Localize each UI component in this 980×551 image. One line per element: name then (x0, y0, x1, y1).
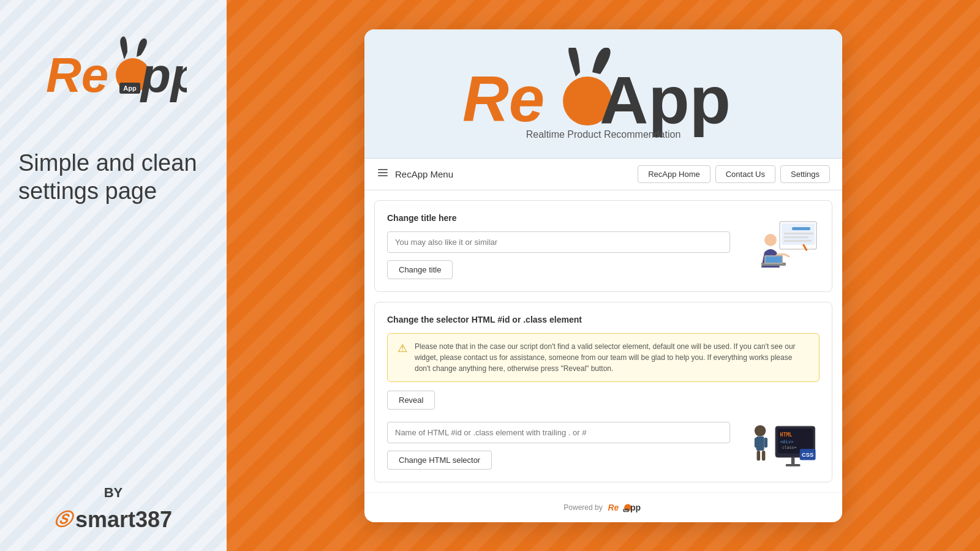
section1-illustration (746, 219, 820, 274)
svg-point-23 (755, 425, 766, 436)
powered-by-text: Powered by (564, 503, 602, 512)
contact-us-button[interactable]: Contact Us (715, 165, 775, 183)
svg-rect-36 (791, 457, 795, 463)
change-title-button[interactable]: Change title (387, 260, 453, 279)
svg-rect-10 (378, 172, 388, 173)
svg-text:CSS: CSS (802, 452, 813, 458)
settings-panel: Re App Realtime Product Recommendation (364, 29, 842, 522)
sidebar-by-label: BY (104, 485, 123, 501)
title-input[interactable] (387, 231, 730, 253)
sidebar: Re pp App Simple and clean settings page… (0, 0, 227, 551)
section2-illustration: HTML <div> class= CSS (746, 421, 820, 470)
app-logo-area: Re App Realtime Product Recommendation (364, 29, 842, 159)
svg-text:HTML: HTML (780, 431, 792, 437)
sidebar-brand: Ⓢ smart387 (55, 507, 172, 533)
svg-rect-15 (784, 233, 813, 234)
selector-heading: Change the selector HTML #id or .class e… (387, 315, 820, 324)
change-title-section: Change title here Change title (374, 200, 832, 292)
svg-text:App: App (600, 62, 731, 137)
selector-input[interactable] (387, 422, 730, 443)
footer-logo: Re pp App (606, 501, 643, 514)
svg-text:App: App (123, 84, 137, 92)
svg-text:Re: Re (46, 48, 108, 102)
settings-button[interactable]: Settings (780, 165, 830, 183)
reveal-button[interactable]: Reveal (387, 391, 435, 410)
svg-rect-22 (766, 257, 782, 263)
svg-rect-28 (762, 450, 766, 460)
sidebar-tagline: Simple and clean settings page (12, 149, 214, 205)
svg-text:pp: pp (140, 48, 187, 102)
svg-text:Re: Re (462, 63, 545, 135)
recapp-home-button[interactable]: RecApp Home (638, 165, 710, 183)
svg-text:<div>: <div> (780, 438, 794, 444)
smart387-s-icon: Ⓢ (53, 508, 74, 531)
brand-name: smart387 (75, 507, 172, 533)
svg-rect-9 (378, 169, 388, 170)
svg-point-19 (764, 234, 777, 246)
svg-text:class=: class= (782, 445, 796, 450)
svg-text:pp: pp (630, 503, 641, 512)
svg-text:Realtime Product Recommendatio: Realtime Product Recommendation (526, 129, 681, 140)
nav-buttons: RecApp Home Contact Us Settings (638, 165, 830, 183)
menu-icon (377, 167, 389, 182)
panel-footer: Powered by Re pp App (364, 492, 842, 522)
svg-rect-25 (755, 437, 758, 448)
svg-rect-26 (764, 437, 768, 448)
svg-text:Re: Re (608, 502, 619, 512)
change-selector-button[interactable]: Change HTML selector (387, 451, 492, 470)
selector-section: Change the selector HTML #id or .class e… (374, 302, 832, 482)
nav-title: RecApp Menu (395, 169, 638, 179)
svg-rect-17 (784, 240, 812, 242)
warning-icon: ⚠ (398, 342, 407, 355)
main-content: Re App Realtime Product Recommendation (227, 0, 980, 551)
svg-rect-14 (792, 227, 810, 230)
sidebar-logo: Re pp App (40, 31, 187, 125)
warning-box: ⚠ Please note that in the case our scrip… (387, 333, 820, 382)
svg-rect-11 (378, 175, 388, 176)
svg-rect-27 (757, 450, 761, 460)
svg-rect-37 (786, 464, 801, 467)
svg-text:App: App (624, 509, 628, 512)
nav-bar: RecApp Menu RecApp Home Contact Us Setti… (364, 159, 842, 190)
svg-rect-16 (784, 236, 809, 238)
warning-text: Please note that in the case our script … (415, 341, 809, 374)
